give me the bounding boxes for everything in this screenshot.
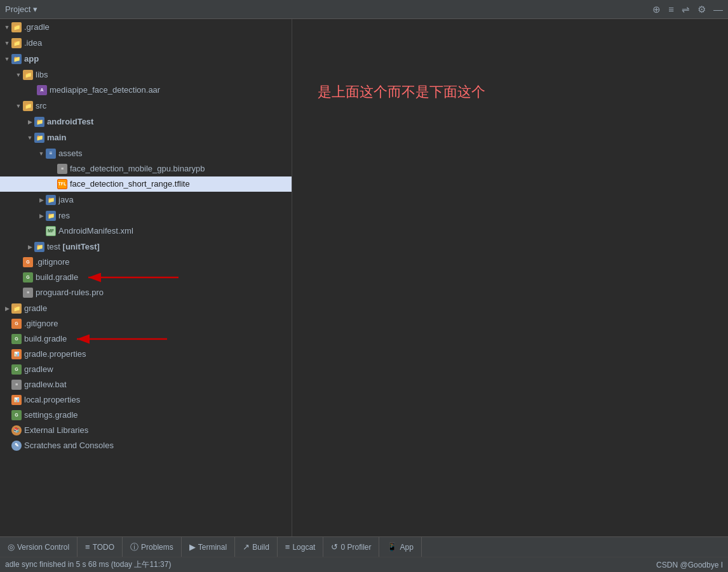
folder-src-icon: 📁 [46, 195, 56, 205]
status-bar: adle sync finished in 5 s 68 ms (today 上… [0, 557, 728, 572]
expand-icon [14, 256, 23, 269]
item-name: .gitignore [36, 256, 69, 269]
item-name: settings.gradle [24, 409, 78, 422]
item-name: .idea [24, 37, 42, 50]
expand-icon[interactable] [14, 68, 23, 81]
expand-icon[interactable] [14, 99, 23, 112]
logcat-icon: ≡ [285, 542, 290, 552]
tree-item-gradle-properties[interactable]: 📊 gradle.properties [0, 347, 292, 362]
dropdown-icon[interactable]: ▾ [33, 4, 37, 14]
expand-icon [48, 178, 57, 190]
tree-item-settings-gradle[interactable]: G settings.gradle [0, 408, 292, 423]
tab-label: App [400, 543, 413, 552]
item-name: gradle.properties [24, 348, 86, 361]
tree-item-app[interactable]: 📁 app [0, 51, 292, 67]
expand-icon[interactable] [3, 302, 11, 315]
gradle-icon: G [23, 272, 33, 283]
expand-icon [28, 84, 37, 96]
tree-item-main[interactable]: 📁 main [0, 130, 292, 145]
status-text-left: adle sync finished in 5 s 68 ms (today 上… [5, 559, 171, 570]
tree-item-androidtest[interactable]: 📁 androidTest [0, 114, 292, 130]
item-name: local.properties [24, 394, 80, 406]
tree-item-libs[interactable]: 📁 libs [0, 67, 292, 83]
tree-item-gitignore-app[interactable]: G .gitignore [0, 255, 292, 270]
tree-item-manifest[interactable]: MF AndroidManifest.xml [0, 223, 292, 239]
red-arrow-top [83, 271, 179, 284]
tree-item-build-gradle-app[interactable]: G build.gradle [0, 270, 292, 285]
expand-icon[interactable] [25, 115, 34, 128]
tab-label: Logcat [292, 543, 315, 552]
expand-icon[interactable] [3, 52, 11, 65]
tree-item-ext-libs[interactable]: 📚 External Libraries [0, 423, 292, 438]
tree-item-res[interactable]: 📁 res [0, 208, 292, 223]
tree-item-gradlew-bat[interactable]: ≡ gradlew.bat [0, 377, 292, 392]
tab-build[interactable]: ↗ Build [235, 537, 278, 557]
expand-icon[interactable] [37, 147, 46, 160]
terminal-icon: ▶ [189, 542, 196, 552]
annotation-panel: 是上面这个而不是下面这个 [292, 19, 728, 536]
expand-icon[interactable] [3, 20, 11, 34]
expand-icon[interactable] [37, 193, 46, 206]
tab-version-control[interactable]: ◎ Version Control [0, 537, 78, 557]
expand-icon [37, 225, 46, 237]
filter-icon[interactable]: ⇌ [682, 4, 690, 15]
minimize-icon[interactable]: — [713, 4, 723, 15]
item-name: .gitignore [24, 317, 58, 330]
item-name: src [36, 100, 46, 112]
properties-icon: 📊 [11, 349, 22, 359]
tab-label: TODO [93, 543, 114, 552]
tree-item-gradle-folder[interactable]: 📁 gradle [0, 300, 292, 316]
tab-app[interactable]: 📱 App [379, 537, 421, 557]
tree-item-local-properties[interactable]: 📊 local.properties [0, 392, 292, 408]
expand-icon [3, 348, 11, 361]
expand-icon [3, 439, 11, 452]
tree-item-java[interactable]: 📁 java [0, 192, 292, 208]
expand-icon[interactable] [3, 36, 11, 50]
tree-item-proguard[interactable]: ≡ proguard-rules.pro [0, 285, 292, 300]
local-icon: 📊 [11, 395, 22, 405]
expand-icon[interactable] [25, 131, 34, 144]
project-panel[interactable]: 📁 .gradle 📁 .idea 📁 app 📁 libs A mediapi… [0, 19, 292, 536]
expand-icon [3, 409, 11, 422]
tab-logcat[interactable]: ≡ Logcat [278, 537, 324, 557]
item-name: face_detection_short_range.tflite [70, 178, 190, 190]
tree-item-assets[interactable]: ≡ assets [0, 145, 292, 161]
tree-item-build-gradle-root[interactable]: G build.gradle [0, 331, 292, 347]
expand-icon [14, 271, 23, 284]
tree-item-tflite[interactable]: TFL face_detection_short_range.tflite [0, 176, 292, 192]
target-icon[interactable]: ⊕ [652, 4, 661, 15]
tree-item-idea[interactable]: 📁 .idea [0, 35, 292, 51]
folder-src-icon: 📁 [34, 117, 44, 127]
tree-item-mediapipe[interactable]: A mediapipe_face_detection.aar [0, 83, 292, 98]
tab-problems[interactable]: ⓘ Problems [123, 537, 182, 557]
item-name: External Libraries [24, 424, 88, 437]
tree-item-gradlew[interactable]: G gradlew [0, 362, 292, 377]
item-name: mediapipe_face_detection.aar [50, 84, 160, 96]
tree-item-gradle[interactable]: 📁 .gradle [0, 19, 292, 35]
list-icon[interactable]: ≡ [668, 4, 674, 15]
tree-item-src[interactable]: 📁 src [0, 98, 292, 114]
expand-icon[interactable] [25, 240, 34, 253]
folder-icon: 📁 [11, 303, 22, 314]
folder-icon: 📁 [23, 70, 33, 80]
tab-label: Build [252, 543, 269, 552]
status-text-right: CSDN @Goodbye I [656, 561, 723, 569]
tree-item-binarypb[interactable]: ≡ face_detection_mobile_gpu.binarypb [0, 161, 292, 176]
tab-label: Problems [141, 543, 173, 552]
tab-label: Terminal [198, 543, 227, 552]
scratches-icon: ✎ [11, 441, 22, 451]
item-name: gradlew.bat [24, 378, 67, 391]
tree-item-scratches[interactable]: ✎ Scratches and Consoles [0, 438, 292, 453]
tab-terminal[interactable]: ▶ Terminal [182, 537, 235, 557]
tree-item-gitignore-root[interactable]: G .gitignore [0, 316, 292, 331]
assets-icon: ≡ [46, 149, 56, 159]
tab-profiler[interactable]: ↺ 0 Profiler [323, 537, 379, 557]
tree-item-test[interactable]: 📁 test [unitTest] [0, 239, 292, 255]
settings-icon[interactable]: ⚙ [698, 4, 706, 15]
expand-icon[interactable] [37, 209, 46, 222]
folder-icon: 📁 [11, 38, 22, 48]
item-name: java [58, 194, 74, 206]
item-name: build.gradle [24, 333, 67, 345]
tab-todo[interactable]: ≡ TODO [78, 537, 123, 557]
expand-icon [3, 424, 11, 437]
